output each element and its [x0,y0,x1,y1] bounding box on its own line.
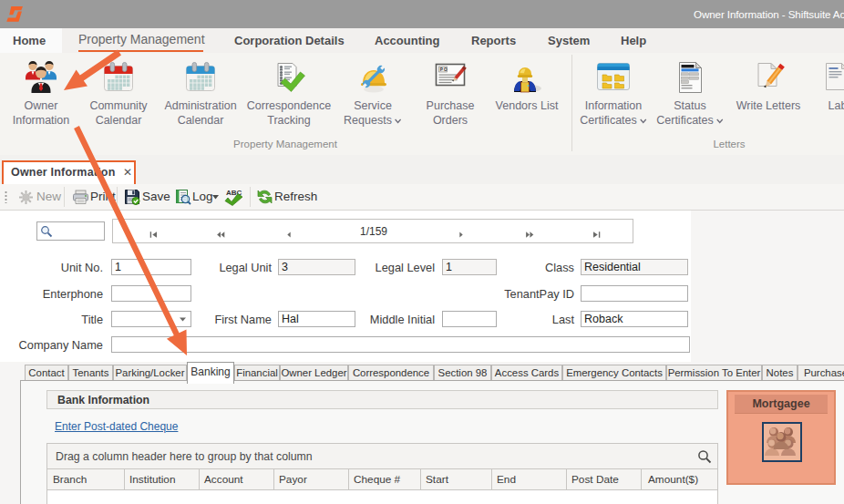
svg-text:P O: P O [440,67,448,72]
